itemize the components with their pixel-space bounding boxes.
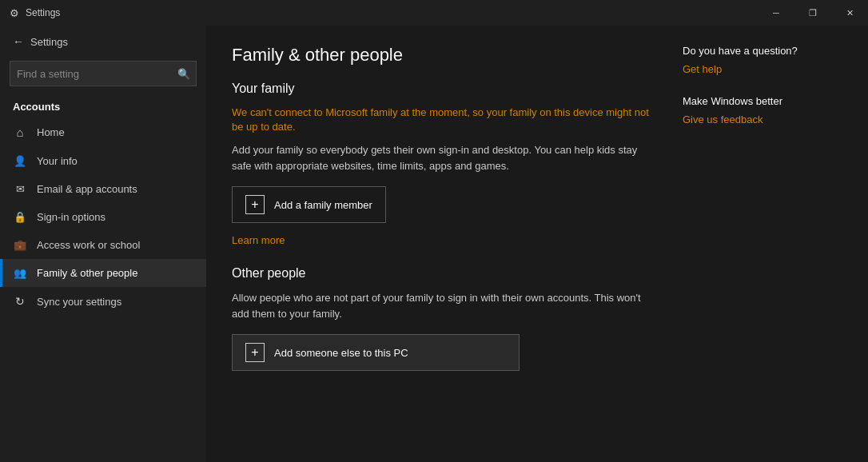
search-input[interactable]: [10, 68, 172, 80]
minimize-button[interactable]: ─: [758, 0, 794, 26]
give-feedback-link[interactable]: Give us feedback: [683, 114, 762, 125]
sidebar-item-sync[interactable]: ↻ Sync your settings: [0, 287, 206, 316]
sidebar-item-your-info-label: Your info: [37, 155, 78, 167]
back-button[interactable]: ← Settings: [0, 26, 206, 58]
get-help-link[interactable]: Get help: [683, 63, 722, 75]
home-icon: ⌂: [13, 125, 27, 139]
close-button[interactable]: ✕: [831, 0, 868, 26]
sidebar-item-email-accounts[interactable]: ✉ Email & app accounts: [0, 175, 206, 203]
family-icon: 👥: [13, 267, 27, 279]
sidebar-item-sign-in[interactable]: 🔒 Sign-in options: [0, 203, 206, 231]
sidebar-item-signin-label: Sign-in options: [37, 211, 106, 223]
sidebar-item-email-label: Email & app accounts: [37, 183, 137, 195]
add-person-button[interactable]: + Add someone else to this PC: [232, 334, 520, 371]
sidebar-item-work-school[interactable]: 💼 Access work or school: [0, 231, 206, 259]
feedback-section: Make Windows better Give us feedback: [683, 95, 842, 126]
titlebar-title: Settings: [26, 7, 60, 18]
settings-icon: ⚙: [10, 7, 19, 19]
sidebar-item-sync-label: Sync your settings: [37, 296, 121, 308]
sidebar-item-work-label: Access work or school: [37, 239, 140, 251]
plus-icon-2: +: [245, 343, 265, 362]
right-panel: Do you have a question? Get help Make Wi…: [683, 45, 842, 443]
add-person-label: Add someone else to this PC: [274, 347, 408, 359]
sidebar-item-home[interactable]: ⌂ Home: [0, 117, 206, 147]
your-family-section: Your family We can't connect to Microsof…: [232, 82, 651, 247]
back-arrow-icon: ←: [13, 35, 24, 48]
briefcase-icon: 💼: [13, 239, 27, 251]
help-section: Do you have a question? Get help: [683, 45, 842, 76]
question-title: Do you have a question?: [683, 45, 842, 57]
sync-icon: ↻: [13, 295, 27, 308]
search-box: 🔍: [10, 61, 197, 86]
your-family-title: Your family: [232, 82, 651, 96]
lock-icon: 🔒: [13, 211, 27, 223]
email-icon: ✉: [13, 183, 27, 195]
other-people-section: Other people Allow people who are not pa…: [232, 266, 651, 371]
titlebar-left: ⚙ Settings: [10, 7, 60, 19]
plus-icon: +: [245, 195, 265, 214]
sidebar-item-family[interactable]: 👥 Family & other people: [0, 259, 206, 287]
back-label: Settings: [30, 36, 68, 48]
family-description: Add your family so everybody gets their …: [232, 142, 651, 173]
restore-button[interactable]: ❐: [794, 0, 831, 26]
sidebar-section-label: Accounts: [0, 93, 206, 117]
sidebar-item-family-label: Family & other people: [37, 267, 137, 279]
page-title: Family & other people: [232, 45, 651, 66]
family-warning: We can't connect to Microsoft family at …: [232, 106, 651, 134]
sidebar-item-home-label: Home: [37, 126, 65, 138]
feedback-title: Make Windows better: [683, 95, 842, 107]
your-info-icon: 👤: [13, 155, 27, 167]
search-icon[interactable]: 🔍: [172, 62, 196, 86]
titlebar: ⚙ Settings ─ ❐ ✕: [0, 0, 868, 26]
other-people-description: Allow people who are not part of your fa…: [232, 290, 651, 321]
sidebar: ← Settings 🔍 Accounts ⌂ Home 👤 Your info…: [0, 26, 206, 462]
titlebar-controls: ─ ❐ ✕: [758, 0, 868, 26]
content-main: Family & other people Your family We can…: [232, 45, 651, 443]
other-people-title: Other people: [232, 266, 651, 281]
sidebar-item-your-info[interactable]: 👤 Your info: [0, 147, 206, 175]
app-container: ← Settings 🔍 Accounts ⌂ Home 👤 Your info…: [0, 26, 868, 462]
content-area: Family & other people Your family We can…: [206, 26, 868, 462]
add-family-member-button[interactable]: + Add a family member: [232, 186, 386, 223]
add-family-label: Add a family member: [274, 199, 372, 211]
learn-more-link[interactable]: Learn more: [232, 234, 285, 246]
